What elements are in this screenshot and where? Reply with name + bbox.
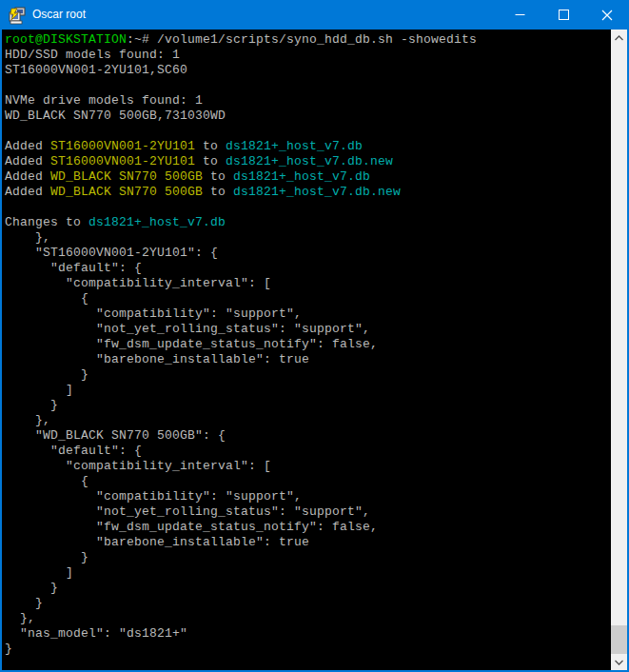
terminal-line: "barebone_installable": true: [5, 352, 611, 367]
terminal-text-segment: ds1821+_host_v7.db: [226, 139, 363, 153]
scrollbar[interactable]: [611, 30, 627, 670]
terminal-text-segment: WD_BLACK SN770 500GB: [50, 185, 203, 199]
terminal-line: [5, 124, 611, 139]
terminal-text-segment: ST16000VN001-2YU101: [50, 139, 195, 153]
terminal-line: Added ST16000VN001-2YU101 to ds1821+_hos…: [5, 139, 611, 154]
terminal-line: },: [5, 611, 611, 626]
minimize-button[interactable]: [498, 0, 541, 30]
terminal-text-segment: Added: [5, 154, 50, 168]
terminal-line: "not_yet_rolling_status": "support",: [5, 322, 611, 337]
terminal-text-segment: "fw_dsm_update_status_notify": false,: [5, 520, 378, 534]
terminal-line: "compatibility_interval": [: [5, 276, 611, 291]
terminal-line: ST16000VN001-2YU101,SC60: [5, 63, 611, 78]
terminal-text-segment: "barebone_installable": true: [5, 535, 309, 549]
terminal-text-segment: }: [5, 367, 88, 382]
terminal-text-segment: to: [195, 139, 226, 153]
terminal-text-segment: WD_BLACK SN770 500GB,731030WD: [5, 109, 226, 123]
close-button[interactable]: [585, 0, 629, 30]
terminal-text-segment: to: [203, 169, 233, 184]
terminal-output[interactable]: root@DISKSTATION:~# /volume1/scripts/syn…: [2, 30, 611, 670]
chevron-down-icon: [615, 660, 623, 665]
terminal-line: }: [5, 596, 611, 611]
terminal-text-segment: }: [5, 398, 58, 412]
terminal-text-segment: NVMe drive models found: 1: [5, 93, 203, 108]
terminal-line: Added ST16000VN001-2YU101 to ds1821+_hos…: [5, 154, 611, 169]
maximize-icon: [559, 10, 569, 20]
scrollbar-down-button[interactable]: [611, 654, 627, 670]
terminal-text-segment: }: [5, 581, 58, 595]
terminal-text-segment: },: [5, 413, 50, 427]
terminal-text-segment: Added: [5, 185, 50, 199]
caption-buttons: [498, 0, 629, 30]
terminal-line: "fw_dsm_update_status_notify": false,: [5, 520, 611, 535]
putty-app-icon: [8, 6, 27, 25]
terminal-line: Changes to ds1821+_host_v7.db: [5, 215, 611, 230]
terminal-line: "nas_model": "ds1821+": [5, 626, 611, 642]
terminal-text-segment: "default": {: [5, 261, 142, 275]
terminal-line: }: [5, 581, 611, 596]
terminal-text-segment: "default": {: [5, 444, 142, 458]
terminal-line: root@DISKSTATION:~# /volume1/scripts/syn…: [5, 32, 611, 48]
terminal-line: "ST16000VN001-2YU101": {: [5, 246, 611, 261]
terminal-text-segment: "nas_model": "ds1821+": [5, 626, 187, 641]
terminal-line: "fw_dsm_update_status_notify": false,: [5, 337, 611, 352]
terminal-line: "compatibility": "support",: [5, 306, 611, 322]
terminal-text-segment: "ST16000VN001-2YU101": {: [5, 246, 218, 260]
terminal-text-segment: },: [5, 230, 50, 245]
terminal-line: "compatibility_interval": [: [5, 459, 611, 474]
terminal-text-segment: ds1821+_host_v7.db: [88, 215, 226, 229]
terminal-content-area: root@DISKSTATION:~# /volume1/scripts/syn…: [2, 30, 627, 670]
terminal-line: "default": {: [5, 261, 611, 276]
terminal-line: "WD_BLACK SN770 500GB": {: [5, 428, 611, 444]
terminal-text-segment: to: [203, 185, 233, 199]
chevron-up-icon: [615, 35, 623, 41]
terminal-line: },: [5, 230, 611, 246]
terminal-text-segment: ]: [5, 383, 73, 397]
terminal-text-segment: "compatibility": "support",: [5, 306, 302, 321]
titlebar[interactable]: Oscar root: [0, 0, 629, 30]
terminal-text-segment: }: [5, 550, 88, 564]
terminal-text-segment: {: [5, 291, 88, 306]
terminal-line: HDD/SSD models found: 1: [5, 48, 611, 63]
terminal-text-segment: "compatibility_interval": [: [5, 276, 271, 290]
terminal-line: ]: [5, 383, 611, 398]
window-title: Oscar root: [32, 0, 86, 30]
terminal-line: ]: [5, 565, 611, 581]
terminal-text-segment: to: [195, 154, 226, 168]
terminal-text-segment: WD_BLACK SN770 500GB: [50, 169, 203, 184]
terminal-text-segment: "compatibility_interval": [: [5, 459, 271, 473]
minimize-icon: [515, 10, 525, 20]
terminal-text-segment: ds1821+_host_v7.db.new: [226, 154, 393, 168]
terminal-text-segment: HDD/SSD models found: 1: [5, 48, 180, 62]
terminal-text-segment: ST16000VN001-2YU101: [50, 154, 195, 168]
scrollbar-up-button[interactable]: [611, 30, 627, 46]
terminal-text-segment: "WD_BLACK SN770 500GB": {: [5, 428, 226, 443]
terminal-text-segment: ]: [5, 565, 73, 580]
terminal-line: [5, 78, 611, 93]
terminal-line: }: [5, 642, 611, 657]
terminal-line: Added WD_BLACK SN770 500GB to ds1821+_ho…: [5, 185, 611, 200]
terminal-text-segment: "not_yet_rolling_status": "support",: [5, 322, 370, 336]
maximize-button[interactable]: [541, 0, 585, 30]
terminal-text-segment: Changes to: [5, 215, 88, 229]
terminal-line: WD_BLACK SN770 500GB,731030WD: [5, 109, 611, 124]
terminal-line: "compatibility": "support",: [5, 489, 611, 504]
terminal-text-segment: "compatibility": "support",: [5, 489, 302, 504]
terminal-text-segment: "not_yet_rolling_status": "support",: [5, 504, 370, 519]
terminal-line: "default": {: [5, 444, 611, 459]
terminal-line: NVMe drive models found: 1: [5, 93, 611, 109]
terminal-text-segment: ds1821+_host_v7.db.new: [233, 185, 401, 199]
terminal-text-segment: "fw_dsm_update_status_notify": false,: [5, 337, 378, 351]
terminal-text-segment: },: [5, 611, 35, 625]
terminal-text-segment: {: [5, 474, 88, 488]
terminal-line: "barebone_installable": true: [5, 535, 611, 550]
terminal-text-segment: Added: [5, 139, 50, 153]
scrollbar-track[interactable]: [611, 46, 627, 654]
terminal-line: }: [5, 550, 611, 565]
terminal-text-segment: ST16000VN001-2YU101,SC60: [5, 63, 187, 77]
terminal-line: "not_yet_rolling_status": "support",: [5, 504, 611, 520]
scrollbar-thumb[interactable]: [611, 625, 627, 654]
terminal-line: Added WD_BLACK SN770 500GB to ds1821+_ho…: [5, 169, 611, 185]
terminal-text-segment: :~# /volume1/scripts/syno_hdd_db.sh -sho…: [127, 32, 477, 47]
terminal-line: }: [5, 367, 611, 383]
